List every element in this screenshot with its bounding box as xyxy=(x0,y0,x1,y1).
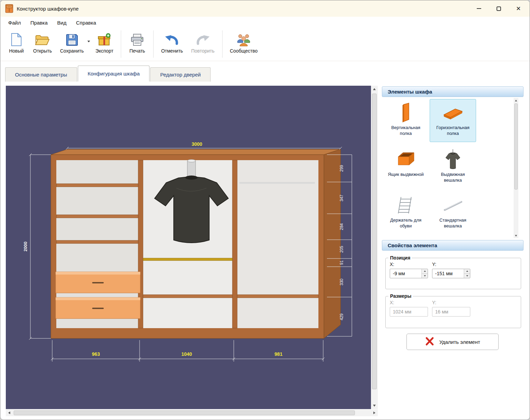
position-x-down-button[interactable] xyxy=(421,274,428,278)
tab-door-editor[interactable]: Редактор дверей xyxy=(150,67,211,82)
dim-section-width: 981 xyxy=(274,351,283,357)
properties-header: Свойства элемента xyxy=(382,240,524,251)
scroll-left-button[interactable] xyxy=(6,409,13,416)
drawer-icon xyxy=(396,148,416,171)
hscroll-thumb[interactable] xyxy=(14,410,355,415)
position-y-up-button[interactable] xyxy=(464,269,470,274)
tabbar: Основные параметры Конфигурация шкафа Ре… xyxy=(0,65,530,82)
redo-button[interactable]: Повторить xyxy=(187,29,218,55)
wardrobe-drawing[interactable]: 3000 2000 963 1040 981 299 347 284 205 9… xyxy=(6,86,371,409)
maximize-icon xyxy=(497,6,501,11)
toolbar-separator xyxy=(153,30,154,58)
menubar: Файл Правка Вид Справка xyxy=(0,17,530,28)
palette-item-shoe-holder[interactable]: Держатель для обуви xyxy=(383,192,429,235)
redo-arrow-icon xyxy=(195,31,210,46)
menu-edit[interactable]: Правка xyxy=(26,18,52,27)
close-button[interactable]: ✕ xyxy=(508,1,528,16)
wardrobe-top-face xyxy=(51,149,341,155)
undo-button[interactable]: Отменить xyxy=(157,29,187,55)
drawer[interactable] xyxy=(56,297,140,319)
palette-item-standard-hanger[interactable]: Стандартная вешалка xyxy=(430,192,476,235)
undo-arrow-icon xyxy=(164,31,180,46)
position-x-up-button[interactable] xyxy=(421,269,428,274)
minimize-button[interactable] xyxy=(469,1,489,16)
menu-file[interactable]: Файл xyxy=(4,18,25,27)
toolbar-separator xyxy=(121,30,121,58)
vertical-partition[interactable] xyxy=(232,160,237,328)
export-button[interactable]: Экспорт xyxy=(91,29,118,55)
shelf[interactable] xyxy=(56,215,138,218)
toolbar-separator xyxy=(222,30,223,58)
dim-right: 284 xyxy=(339,223,344,230)
shelf[interactable] xyxy=(237,295,318,298)
dim-right: 429 xyxy=(339,313,344,320)
delete-element-button[interactable]: Удалить элемент xyxy=(406,334,499,350)
save-dropdown-button[interactable] xyxy=(86,37,91,45)
hanging-rod[interactable] xyxy=(239,182,315,184)
open-button[interactable]: Открыть xyxy=(29,29,56,55)
export-chest-icon xyxy=(98,31,111,46)
sizes-group: Размеры X: Y: xyxy=(385,293,521,328)
standard-hanger-icon xyxy=(442,194,463,216)
menu-view[interactable]: Вид xyxy=(53,18,71,27)
shelf[interactable] xyxy=(56,184,138,187)
palette-scroll-up-button[interactable] xyxy=(514,98,518,103)
arrow-down-icon xyxy=(373,405,376,407)
shelf[interactable] xyxy=(143,295,232,298)
delete-x-icon xyxy=(425,337,434,347)
palette-item-horizontal-shelf[interactable]: Горизонтальная полка xyxy=(430,99,476,142)
arrow-down-icon xyxy=(466,275,468,277)
vscroll-thumb[interactable] xyxy=(372,94,377,389)
arrow-up-icon xyxy=(424,270,426,272)
dim-right: 91 xyxy=(339,260,344,265)
position-y-down-button[interactable] xyxy=(464,274,470,278)
drawer[interactable] xyxy=(56,272,140,293)
position-x-spinner xyxy=(421,269,428,278)
position-y-spinner xyxy=(464,269,470,278)
window-controls: ✕ xyxy=(469,0,528,17)
print-button[interactable]: Печать xyxy=(125,29,150,55)
arrow-right-icon xyxy=(373,411,375,414)
element-palette: Вертикальная полка Горизонтальная полка xyxy=(382,97,518,239)
toolbar: Новый Открыть xyxy=(0,29,530,61)
app-icon xyxy=(5,4,13,13)
size-x-label: X: xyxy=(390,300,428,305)
scroll-right-button[interactable] xyxy=(371,409,378,416)
save-floppy-icon xyxy=(66,31,78,46)
tab-main-params[interactable]: Основные параметры xyxy=(5,67,77,82)
design-canvas[interactable]: 3000 2000 963 1040 981 299 347 284 205 9… xyxy=(6,86,371,409)
arrow-down-icon xyxy=(515,235,517,237)
chevron-down-icon xyxy=(87,41,90,42)
menu-help[interactable]: Справка xyxy=(72,18,101,27)
maximize-button[interactable] xyxy=(489,1,508,16)
new-document-icon xyxy=(11,31,22,46)
arrow-up-icon xyxy=(373,88,376,90)
shelf[interactable] xyxy=(56,240,138,243)
scroll-down-button[interactable] xyxy=(371,402,378,409)
horizontal-shelf-icon xyxy=(442,101,463,124)
printer-icon xyxy=(130,31,144,46)
palette-item-vertical-shelf[interactable]: Вертикальная полка xyxy=(383,99,429,142)
arrow-up-icon xyxy=(515,100,517,101)
dim-total-height: 2000 xyxy=(23,242,28,252)
palette-item-drawer[interactable]: Ящик выдвижной xyxy=(383,146,429,189)
window-title: Конструктор шкафов-купе xyxy=(17,6,78,12)
canvas-vscrollbar[interactable] xyxy=(371,86,378,409)
canvas-hscrollbar[interactable] xyxy=(6,409,378,416)
new-button[interactable]: Новый xyxy=(4,29,29,55)
dim-total-width: 3000 xyxy=(191,141,202,147)
palette-scroll-thumb[interactable] xyxy=(514,103,518,190)
scroll-up-button[interactable] xyxy=(371,86,378,93)
palette-item-pullout-hanger[interactable]: Выдвижная вешалка xyxy=(430,146,476,189)
palette-scrollbar[interactable] xyxy=(514,98,518,238)
section-right xyxy=(237,160,318,328)
titlebar: Конструктор шкафов-купе ✕ xyxy=(0,0,530,17)
community-button[interactable]: Сообщество xyxy=(226,29,262,55)
arrow-down-icon xyxy=(424,275,426,277)
tab-wardrobe-config[interactable]: Конфигурация шкафа xyxy=(78,66,150,82)
arrow-left-icon xyxy=(8,411,10,414)
save-button[interactable]: Сохранить xyxy=(56,29,88,55)
selected-horizontal-shelf[interactable] xyxy=(143,258,232,261)
palette-scroll-down-button[interactable] xyxy=(514,233,518,238)
app-window: Конструктор шкафов-купе ✕ Файл Правка Ви… xyxy=(0,0,530,420)
